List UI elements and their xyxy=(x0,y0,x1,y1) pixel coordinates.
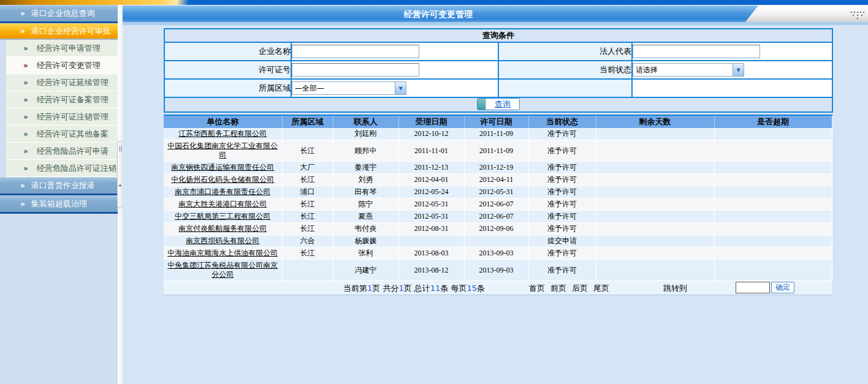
jump-page-input[interactable] xyxy=(736,282,770,293)
license-no-input[interactable] xyxy=(292,63,419,77)
license-date-cell: 2012-04-11 xyxy=(464,174,528,186)
company-name-link[interactable]: 中国石化集团南京化学工业有限公司 xyxy=(167,141,278,159)
search-button[interactable]: 查询 xyxy=(477,98,520,110)
table-row: 中海油南京顺海水上供油有限公司长江张利2013-08-032013-09-03准… xyxy=(164,247,832,260)
status-cell: 准予许可 xyxy=(528,223,596,235)
sidebar-subitem-8[interactable]: »经营危险品许可证注销 xyxy=(6,160,118,177)
sidebar-item-enterprise-info-query[interactable]: » 港口企业信息查询 xyxy=(0,5,118,23)
overdue-cell xyxy=(714,247,832,260)
current-status-select[interactable]: 请选择 ▼ xyxy=(633,63,744,77)
company-name-link[interactable]: 南京大胜关港港口有限公司 xyxy=(178,200,267,208)
license-date-cell: 2012-06-07 xyxy=(464,198,528,211)
submenu-item-label: 经营许可申请管理 xyxy=(37,43,101,54)
sidebar-subitem-1[interactable]: »经营许可申请管理 xyxy=(6,40,118,57)
sidebar-item-container-overload[interactable]: » 集装箱超载治理 xyxy=(0,195,118,214)
region-value: —全部— xyxy=(292,83,395,94)
accept-date-cell: 2013-08-12 xyxy=(398,260,464,281)
accept-date-cell xyxy=(398,235,464,247)
legal-rep-label: 法人代表 xyxy=(498,42,632,61)
contact-cell: 冯建宁 xyxy=(333,260,398,281)
pagination-bar: 当前第1页 共分1页 总计11条 每页15条 首页前页后页尾页 跳转到 确定 xyxy=(164,281,832,295)
overdue-cell xyxy=(714,235,832,247)
company-name-cell: 南京西坝码头有限公司 xyxy=(164,235,282,247)
company-name-cell: 南京大胜关港港口有限公司 xyxy=(164,198,282,211)
company-name-cell: 中化扬州石化码头仓储有限公司 xyxy=(164,174,282,186)
content-panel: 查询条件 企业名称 法人代表 许可证号 当前状态 请选择 ▼ 所属区 xyxy=(164,28,832,295)
submenu-arrow-icon: » xyxy=(23,113,28,121)
status-cell: 准予许可 xyxy=(528,162,596,174)
submenu-arrow-icon: » xyxy=(23,79,28,86)
search-button-cap xyxy=(478,99,486,110)
column-header: 受理日期 xyxy=(398,115,464,128)
sidebar-subitem-6[interactable]: »经营许可证其他备案 xyxy=(6,126,118,143)
overdue-cell xyxy=(714,128,832,140)
menu-arrow-icon: » xyxy=(20,28,25,35)
submenu-item-label: 经营许可证备案管理 xyxy=(37,94,108,105)
sidebar-item-cargo-report[interactable]: » 港口普货作业报港 xyxy=(0,177,118,195)
submenu-arrow-icon: » xyxy=(23,130,28,138)
column-header: 当前状态 xyxy=(528,115,596,128)
table-row: 南京付炎船舶服务有限公司长江韦付炎2012-08-312012-09-06准予许… xyxy=(164,223,832,235)
company-name-link[interactable]: 南京钢铁四通运输有限责任公司 xyxy=(171,163,274,171)
submenu-arrow-icon: » xyxy=(23,45,28,52)
company-name-link[interactable]: 中免集团江苏免税品有限公司南京分公司 xyxy=(167,261,278,279)
table-row: 南京西坝码头有限公司六合杨媛媛提交申请 xyxy=(164,235,832,247)
accept-date-cell: 2012-05-24 xyxy=(398,186,464,198)
submenu-arrow-icon: » xyxy=(23,96,28,104)
last-page-link[interactable]: 尾页 xyxy=(593,284,609,293)
sidebar-subitem-7[interactable]: »经营危险品许可申请 xyxy=(6,143,118,160)
accept-date-cell: 2012-10-12 xyxy=(398,128,464,140)
license-no-label: 许可证号 xyxy=(164,61,291,79)
collapse-arrow-icon: ◂ xyxy=(118,183,121,188)
legal-rep-input[interactable] xyxy=(633,45,760,58)
dropdown-arrow-icon[interactable]: ▼ xyxy=(395,82,406,94)
company-name-cell: 中国石化集团南京化学工业有限公司 xyxy=(164,140,282,162)
prev-page-link[interactable]: 前页 xyxy=(550,284,566,293)
first-page-link[interactable]: 首页 xyxy=(529,284,545,293)
company-name-link[interactable]: 中化扬州石化码头仓储有限公司 xyxy=(171,175,274,184)
sidebar-item-license-approval[interactable]: » 港口企业经营许可审批 xyxy=(0,23,118,40)
region-select[interactable]: —全部— ▼ xyxy=(292,81,406,95)
company-name-link[interactable]: 中海油南京顺海水上供油有限公司 xyxy=(167,249,278,257)
license-date-cell: 2011-12-19 xyxy=(464,162,528,174)
status-cell: 准予许可 xyxy=(528,174,596,186)
contact-cell: 夏燕 xyxy=(333,211,398,223)
next-page-link[interactable]: 后页 xyxy=(572,284,588,293)
contact-cell: 刘廷刚 xyxy=(333,128,398,140)
status-cell: 准予许可 xyxy=(528,260,596,281)
region-cell: 长江 xyxy=(282,211,333,223)
column-header: 联系人 xyxy=(333,115,398,128)
table-row: 南京大胜关港港口有限公司长江陈宁2012-05-312012-06-07准予许可 xyxy=(164,198,832,211)
company-name-link[interactable]: 江苏华西船务工程有限公司 xyxy=(178,129,267,138)
sidebar-subitem-3[interactable]: »经营许可证延续管理 xyxy=(6,74,118,91)
column-header: 所属区域 xyxy=(282,115,333,128)
region-cell: 长江 xyxy=(282,223,333,235)
overdue-cell xyxy=(714,260,832,281)
overdue-cell xyxy=(714,211,832,223)
page-count-text: 页 共分 xyxy=(372,284,398,293)
remaining-days-cell xyxy=(596,198,714,211)
company-name-link[interactable]: 中交三航局第三工程有限公司 xyxy=(175,212,270,220)
confirm-button[interactable]: 确定 xyxy=(771,282,794,293)
overdue-cell xyxy=(714,223,832,235)
accept-date-cell: 2013-08-03 xyxy=(398,247,464,260)
company-name-cell: 中免集团江苏免税品有限公司南京分公司 xyxy=(164,260,282,281)
menu-arrow-icon: » xyxy=(20,10,25,17)
sidebar-subitem-2[interactable]: »经营许可变更管理 xyxy=(6,57,118,74)
empty-label-cell xyxy=(498,79,632,97)
region-cell: 六合 xyxy=(282,235,333,247)
license-date-cell xyxy=(464,235,528,247)
company-name-link[interactable]: 南京付炎船舶服务有限公司 xyxy=(178,224,267,233)
sidebar-subitem-4[interactable]: »经营许可证备案管理 xyxy=(6,91,118,108)
company-name-link[interactable]: 南京西坝码头有限公司 xyxy=(186,236,259,245)
dropdown-arrow-icon[interactable]: ▼ xyxy=(733,64,744,76)
company-name-link[interactable]: 南京市浦口港务有限责任公司 xyxy=(175,187,270,196)
sidebar-subitem-5[interactable]: »经营许可证注销管理 xyxy=(6,108,118,126)
sidebar-item-label: 集装箱超载治理 xyxy=(31,198,87,209)
results-table-body: 江苏华西船务工程有限公司刘廷刚2012-10-122011-11-09准予许可中… xyxy=(164,128,832,281)
contact-cell: 张利 xyxy=(333,247,398,260)
enterprise-name-input[interactable] xyxy=(292,45,419,58)
page-count-text: 页 总计 xyxy=(404,284,430,293)
remaining-days-cell xyxy=(596,162,714,174)
accept-date-cell: 2012-05-31 xyxy=(398,198,464,211)
